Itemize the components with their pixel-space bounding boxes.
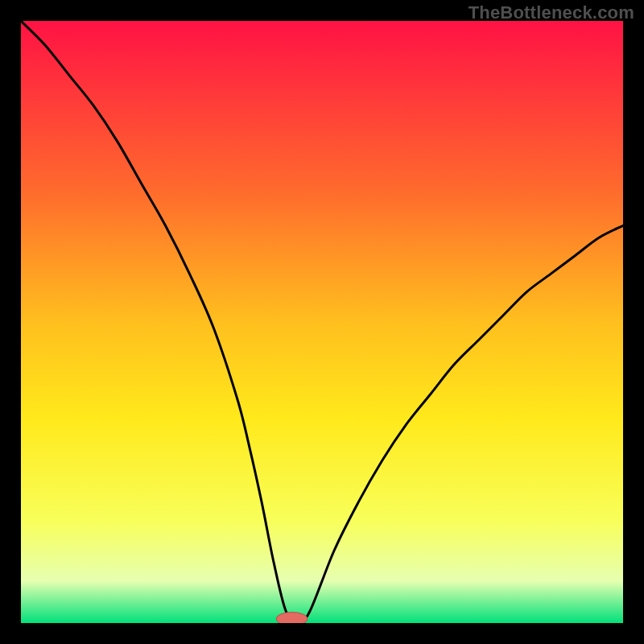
watermark-text: TheBottleneck.com [469,2,634,23]
bottleneck-chart [21,21,623,623]
plot-area [21,21,623,623]
gradient-background [21,21,623,623]
optimal-point-marker [276,613,308,623]
chart-frame: TheBottleneck.com [0,0,644,644]
